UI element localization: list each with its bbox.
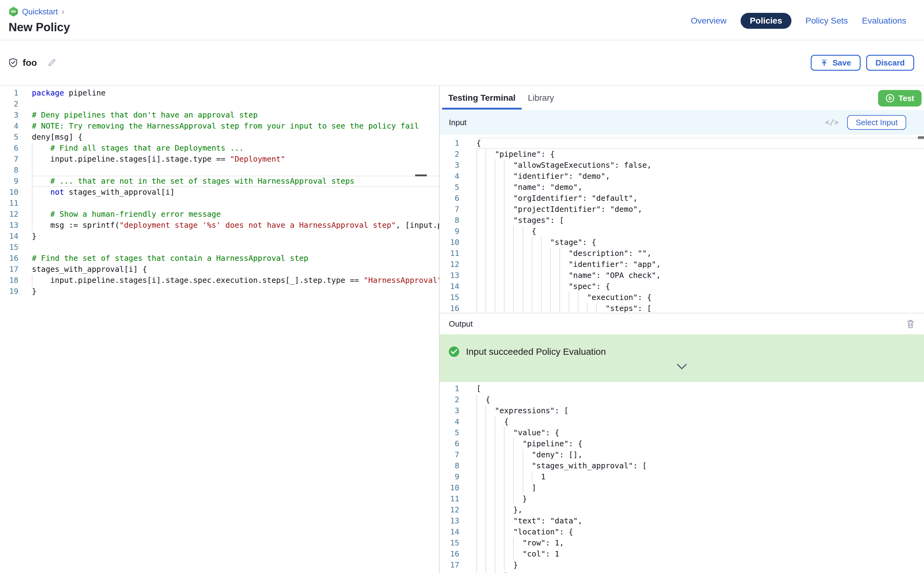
code-line-4[interactable]: 4 "identifier": "demo", (440, 171, 924, 182)
save-button[interactable]: Save (811, 55, 861, 71)
code-line-7[interactable]: 7 input.pipeline.stages[i].stage.type ==… (0, 153, 439, 165)
code-line-5[interactable]: 5 "value": { (440, 427, 924, 438)
code-line-11[interactable]: 11 (0, 198, 439, 209)
line-number: 3 (0, 110, 18, 121)
check-circle-icon (449, 346, 459, 357)
code-line-9[interactable]: 9 # ... that are not in the set of stage… (0, 176, 439, 187)
expand-result-button[interactable] (677, 362, 687, 372)
line-number: 2 (440, 149, 459, 160)
code-line-14[interactable]: 14 "spec": { (440, 281, 924, 292)
nav-policies[interactable]: Policies (741, 13, 791, 29)
code-line-16[interactable]: 16 "steps": [ (440, 303, 924, 313)
input-json-editor[interactable]: 1{2 "pipeline": {3 "allowStageExecutions… (440, 135, 924, 313)
code-line-6[interactable]: 6 # Find all stages that are Deployments… (0, 142, 439, 153)
code-line-18[interactable]: 18 input.pipeline.stages[i].stage.spec.e… (0, 275, 439, 286)
code-line-2[interactable]: 2 "pipeline": { (440, 149, 924, 160)
code-line-4[interactable]: 4# NOTE: Try removing the HarnessApprova… (0, 121, 439, 132)
code-line-13[interactable]: 13 "text": "data", (440, 515, 924, 526)
line-number: 13 (440, 270, 459, 281)
code-line-11[interactable]: 11 "description": "", (440, 248, 924, 259)
code-line-9[interactable]: 9 1 (440, 471, 924, 482)
code-line-14[interactable]: 14 "location": { (440, 526, 924, 537)
page-header: ∞ Quickstart › New Policy Overview Polic… (0, 0, 924, 41)
line-number: 6 (440, 193, 459, 204)
code-line-12[interactable]: 12 }, (440, 504, 924, 515)
discard-button[interactable]: Discard (866, 55, 914, 71)
code-line-13[interactable]: 13 msg := sprintf("deployment stage '%s'… (0, 220, 439, 231)
nav-policy-sets[interactable]: Policy Sets (805, 16, 848, 26)
line-number: 9 (0, 176, 18, 187)
indent-guide (476, 171, 513, 182)
code-line-14[interactable]: 14} (0, 231, 439, 242)
code-line-16[interactable]: 16# Find the set of stages that contain … (0, 253, 439, 264)
code-line-17[interactable]: 17stages_with_approval[i] { (0, 264, 439, 275)
indent-guide (32, 198, 50, 209)
code-line-9[interactable]: 9 { (440, 226, 924, 237)
line-number: 3 (440, 160, 459, 171)
code-line-12[interactable]: 12 "identifier": "app", (440, 259, 924, 270)
nav-evaluations[interactable]: Evaluations (862, 16, 906, 26)
test-button[interactable]: Test (878, 90, 922, 106)
code-line-16[interactable]: 16 "col": 1 (440, 548, 924, 559)
code-line-7[interactable]: 7 "projectIdentifier": "demo", (440, 204, 924, 215)
code-line-7[interactable]: 7 "deny": [], (440, 449, 924, 460)
code-line-6[interactable]: 6 "pipeline": { (440, 438, 924, 449)
tab-library[interactable]: Library (522, 86, 560, 110)
code-line-1[interactable]: 1package pipeline (0, 88, 439, 99)
breadcrumb-quickstart-link[interactable]: Quickstart (22, 7, 58, 17)
code-line-15[interactable]: 15 (0, 242, 439, 253)
line-number: 17 (0, 264, 18, 275)
code-line-15[interactable]: 15 "row": 1, (440, 537, 924, 548)
line-number: 15 (440, 537, 459, 548)
line-number: 14 (440, 526, 459, 537)
code-line-10[interactable]: 10 not stages_with_approval[i] (0, 187, 439, 198)
rego-editor[interactable]: 1package pipeline23# Deny pipelines that… (0, 86, 439, 573)
code-line-15[interactable]: 15 "execution": { (440, 292, 924, 303)
line-number: 5 (440, 182, 459, 193)
line-number: 16 (440, 303, 459, 313)
chevron-down-icon (677, 364, 687, 370)
indent-guide (476, 416, 504, 427)
indent-guide (476, 270, 568, 281)
chevron-right-icon: › (61, 8, 64, 16)
code-line-10[interactable]: 10 "stage": { (440, 237, 924, 248)
code-line-4[interactable]: 4 { (440, 416, 924, 427)
output-json-editor[interactable]: 1[2 {3 "expressions": [4 {5 "value": {6 … (440, 382, 924, 573)
line-number: 10 (440, 237, 459, 248)
line-number: 17 (440, 559, 459, 571)
select-input-button[interactable]: Select Input (847, 115, 906, 130)
code-line-2[interactable]: 2 { (440, 394, 924, 405)
line-number: 3 (440, 405, 459, 416)
code-line-18[interactable]: 18 } (440, 571, 924, 573)
code-line-3[interactable]: 3# Deny pipelines that don't have an app… (0, 110, 439, 121)
code-line-5[interactable]: 5deny[msg] { (0, 132, 439, 142)
code-line-3[interactable]: 3 "expressions": [ (440, 405, 924, 416)
code-line-17[interactable]: 17 } (440, 559, 924, 571)
nav-overview[interactable]: Overview (691, 16, 727, 26)
line-number: 4 (440, 416, 459, 427)
line-number: 5 (0, 132, 18, 142)
code-line-1[interactable]: 1{ (440, 138, 924, 149)
tab-testing-terminal[interactable]: Testing Terminal (442, 86, 522, 110)
code-line-8[interactable]: 8 "stages_with_approval": [ (440, 460, 924, 471)
code-line-13[interactable]: 13 "name": "OPA check", (440, 270, 924, 281)
code-line-19[interactable]: 19} (0, 286, 439, 297)
line-number: 10 (0, 187, 18, 198)
code-line-2[interactable]: 2 (0, 99, 439, 110)
edit-name-button[interactable] (47, 58, 56, 67)
code-view-icon[interactable]: </> (825, 118, 838, 127)
code-line-12[interactable]: 12 # Show a human-friendly error message (0, 209, 439, 220)
clear-output-button[interactable] (906, 319, 915, 329)
test-label: Test (898, 94, 914, 103)
code-line-8[interactable]: 8 "stages": [ (440, 215, 924, 226)
code-line-5[interactable]: 5 "name": "demo", (440, 182, 924, 193)
code-line-11[interactable]: 11 } (440, 493, 924, 504)
code-line-3[interactable]: 3 "allowStageExecutions": false, (440, 160, 924, 171)
code-line-8[interactable]: 8 (0, 165, 439, 176)
code-line-10[interactable]: 10 ] (440, 482, 924, 493)
line-number: 11 (0, 198, 18, 209)
code-line-1[interactable]: 1[ (440, 383, 924, 394)
code-line-6[interactable]: 6 "orgIdentifier": "default", (440, 193, 924, 204)
line-number: 1 (440, 383, 459, 394)
testing-terminal-pane: Testing Terminal Library Test Input </> … (440, 86, 924, 573)
